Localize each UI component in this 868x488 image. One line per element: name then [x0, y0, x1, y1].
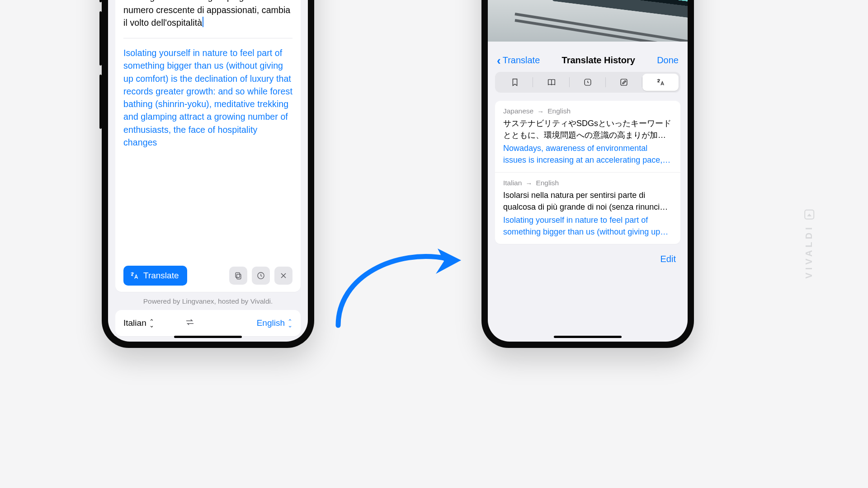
edit-button[interactable]: Edit	[495, 244, 680, 264]
chevron-updown-icon: ⌃⌃	[149, 320, 154, 326]
clock-icon	[583, 77, 593, 87]
source-language-label: Italian	[123, 318, 146, 328]
back-label: Translate	[503, 55, 540, 66]
brand-label: VIVALDI	[804, 225, 814, 278]
segment-history[interactable]	[570, 74, 606, 91]
history-item[interactable]: Japanese → English サステナビリティやSDGsといったキーワー…	[495, 101, 680, 172]
segment-translate[interactable]	[642, 74, 679, 91]
target-text: Isolating yourself in nature to feel par…	[123, 47, 292, 149]
language-bar: Italian ⌃⌃ English ⌃⌃	[115, 310, 301, 336]
text-cursor	[203, 17, 203, 27]
card-divider	[123, 38, 292, 38]
powered-by-label: Powered by Lingvanex, hosted by Vivaldi.	[115, 297, 301, 305]
segment-reading-list[interactable]	[533, 74, 569, 91]
history-item-source: サステナビリティやSDGsといったキーワードとともに、環境問題への意識の高まりが…	[503, 118, 672, 141]
history-list: Japanese → English サステナビリティやSDGsといったキーワー…	[495, 101, 680, 244]
arrow-right-icon: →	[537, 108, 544, 115]
history-item-target: Isolating yourself in nature to feel par…	[503, 215, 672, 238]
done-button[interactable]: Done	[657, 55, 679, 66]
history-item-languages: Italian → English	[503, 179, 672, 187]
copy-button[interactable]	[229, 267, 247, 285]
translate-icon	[656, 77, 665, 87]
chevron-updown-icon: ⌃⌃	[288, 320, 292, 326]
history-item-languages: Japanese → English	[503, 107, 672, 115]
history-item[interactable]: Italian → English Isolarsi nella natura …	[495, 172, 680, 244]
segment-notes[interactable]	[606, 74, 642, 91]
history-item-source: Isolarsi nella natura per sentirsi parte…	[503, 190, 672, 213]
source-text[interactable]: Isolarsi nella natura per sentirsi parte…	[123, 0, 292, 29]
phone-left: Isolarsi nella natura per sentirsi parte…	[102, 0, 314, 348]
home-indicator[interactable]	[174, 336, 242, 338]
segmented-control	[495, 72, 680, 93]
translate-button[interactable]: Translate	[123, 266, 187, 286]
close-icon	[279, 271, 288, 280]
phone-right: ‹ Translate Translate History Done	[481, 0, 694, 348]
copy-icon	[234, 271, 243, 280]
segment-bookmarks[interactable]	[497, 74, 533, 91]
svg-rect-1	[236, 272, 240, 277]
history-button[interactable]	[252, 267, 270, 285]
swap-icon	[184, 317, 195, 328]
vivaldi-logo-icon	[804, 209, 814, 219]
target-language-label: English	[257, 318, 285, 328]
hero-image	[488, 0, 688, 42]
history-item-target: Nowadays, awareness of environmental iss…	[503, 143, 672, 166]
screen-left: Isolarsi nella natura per sentirsi parte…	[108, 0, 308, 342]
sheet-header: ‹ Translate Translate History Done	[495, 48, 680, 72]
flow-arrow	[320, 235, 474, 334]
target-language-picker[interactable]: English ⌃⌃	[257, 318, 292, 328]
bookmark-icon	[510, 77, 520, 87]
history-icon	[256, 271, 265, 280]
home-indicator[interactable]	[554, 336, 622, 338]
translate-card: Isolarsi nella natura per sentirsi parte…	[115, 0, 301, 292]
source-language-picker[interactable]: Italian ⌃⌃	[123, 318, 154, 328]
card-toolbar: Translate	[123, 266, 292, 286]
translate-button-label: Translate	[143, 271, 179, 281]
screen-right: ‹ Translate Translate History Done	[488, 0, 688, 342]
close-button[interactable]	[274, 267, 292, 285]
swap-languages-button[interactable]	[184, 317, 195, 329]
edit-note-icon	[619, 77, 629, 87]
arrow-right-icon: →	[525, 179, 532, 187]
sheet-title: Translate History	[562, 55, 635, 66]
book-open-icon	[547, 77, 557, 87]
translate-icon	[130, 271, 139, 280]
vivaldi-brand: VIVALDI	[804, 209, 814, 278]
svg-rect-0	[237, 274, 241, 279]
back-button[interactable]: ‹ Translate	[497, 55, 540, 66]
